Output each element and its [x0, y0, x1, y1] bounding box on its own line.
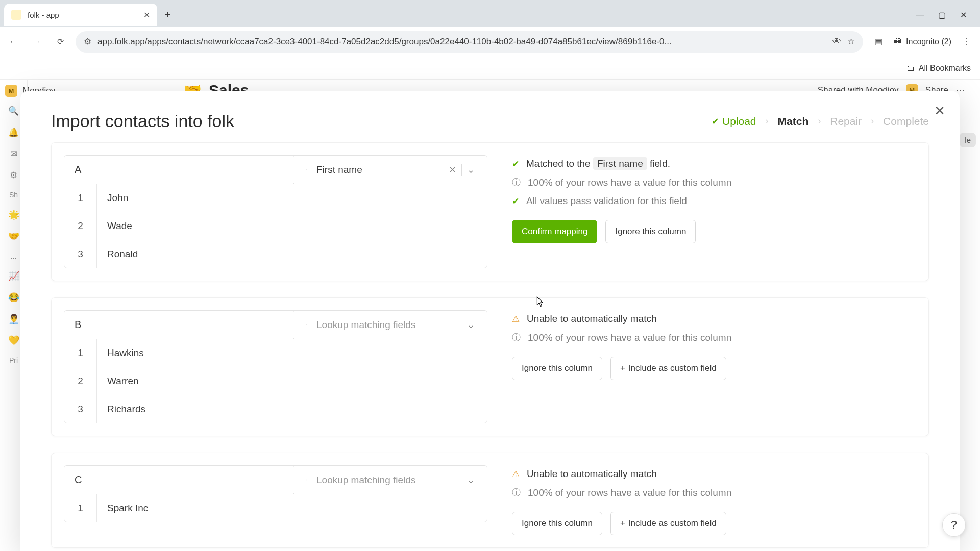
reading-list-icon[interactable]: ▤ — [870, 34, 887, 50]
all-bookmarks-label: All Bookmarks — [919, 64, 971, 73]
info-icon: ⓘ — [512, 177, 521, 188]
nav-forward-button[interactable]: → — [29, 34, 45, 50]
step-match: Match — [778, 115, 809, 128]
all-bookmarks-button[interactable]: 🗀 All Bookmarks — [906, 64, 971, 73]
row-value: Warren — [97, 367, 487, 395]
view-toggle-clip[interactable]: le — [960, 133, 976, 147]
status-matched: ✔Matched to the First name field. — [512, 158, 916, 169]
incognito-icon: 🕶 — [894, 37, 902, 46]
nav-reload-button[interactable]: ⟳ — [52, 34, 68, 50]
preview-row: 2Warren — [64, 367, 487, 395]
group-icon-4[interactable]: 😂 — [8, 292, 19, 303]
incognito-label: Incognito (2) — [906, 37, 951, 46]
nav-back-button[interactable]: ← — [5, 34, 21, 50]
window-close-icon[interactable]: ✕ — [960, 10, 967, 20]
check-icon: ✔ — [512, 159, 519, 169]
column-card: CLookup matching fields⌄1Spark Inc⚠Unabl… — [51, 453, 929, 548]
row-value: Hawkins — [97, 339, 487, 367]
preview-row: 1John — [64, 184, 487, 212]
ignore-column-button[interactable]: Ignore this column — [605, 220, 696, 243]
field-select-value: Lookup matching fields — [316, 319, 462, 331]
group-icon-5[interactable]: 👨‍💼 — [8, 313, 19, 324]
window-maximize-icon[interactable]: ▢ — [938, 10, 946, 20]
preview-row: 1Spark Inc — [64, 494, 487, 522]
help-button[interactable]: ? — [942, 513, 966, 537]
stepper: ✔ Upload › Match › Repair › Complete — [712, 115, 929, 128]
window-minimize-icon[interactable]: — — [916, 10, 924, 20]
group-icon-6[interactable]: 💛 — [8, 335, 19, 346]
plus-icon: + — [620, 363, 625, 373]
field-select[interactable]: Lookup matching fields⌄ — [294, 311, 487, 339]
confirm-mapping-button[interactable]: Confirm mapping — [512, 220, 597, 243]
preview-row: 1Hawkins — [64, 339, 487, 367]
search-icon[interactable]: 🔍 — [8, 105, 19, 116]
eye-off-icon[interactable]: 👁 — [832, 37, 841, 47]
row-number: 1 — [64, 494, 97, 522]
column-card: AFirst name✕⌄1John2Wade3Ronald✔Matched t… — [51, 142, 929, 281]
step-repair-label: Repair — [830, 115, 862, 128]
browser-menu-icon[interactable]: ⋮ — [959, 34, 975, 50]
check-icon: ✔ — [512, 196, 519, 207]
preview-row: 3Richards — [64, 395, 487, 423]
status-coverage: ⓘ100% of your rows have a value for this… — [512, 487, 916, 498]
chevron-down-icon[interactable]: ⌄ — [462, 474, 480, 486]
row-number: 2 — [64, 367, 97, 395]
plus-icon: + — [620, 518, 625, 529]
row-number: 2 — [64, 212, 97, 240]
close-tab-icon[interactable]: ✕ — [143, 10, 150, 20]
preview-row: 2Wade — [64, 212, 487, 240]
step-match-label: Match — [778, 115, 809, 128]
tab-favicon — [11, 10, 21, 20]
field-select[interactable]: Lookup matching fields⌄ — [294, 466, 487, 494]
clear-icon[interactable]: ✕ — [444, 164, 461, 176]
sidebar-more-icon[interactable]: ... — [11, 252, 17, 260]
include-custom-field-button[interactable]: + Include as custom field — [610, 512, 726, 535]
chevron-down-icon[interactable]: ⌄ — [462, 319, 480, 331]
bookmark-star-icon[interactable]: ☆ — [847, 36, 855, 47]
step-complete-label: Complete — [883, 115, 929, 128]
bell-icon[interactable]: 🔔 — [8, 127, 19, 138]
step-upload-label: Upload — [722, 115, 756, 128]
step-repair: Repair — [830, 115, 862, 128]
field-select[interactable]: First name✕⌄ — [294, 156, 487, 184]
field-select-value: Lookup matching fields — [316, 474, 462, 486]
info-icon: ⓘ — [512, 487, 521, 498]
column-letter: C — [64, 466, 294, 494]
step-complete: Complete — [883, 115, 929, 128]
browser-tab[interactable]: folk - app ✕ — [4, 4, 157, 26]
modal-title: Import contacts into folk — [51, 111, 691, 131]
matched-field-pill: First name — [593, 157, 647, 170]
address-bar-input[interactable] — [97, 37, 826, 47]
group-icon-2[interactable]: 🤝 — [8, 231, 19, 242]
include-custom-field-button[interactable]: + Include as custom field — [610, 357, 726, 380]
chevron-right-icon: › — [766, 116, 769, 127]
group-icon-1[interactable]: 🌟 — [8, 209, 19, 220]
column-letter: B — [64, 311, 294, 339]
status-coverage: ⓘ100% of your rows have a value for this… — [512, 177, 916, 188]
site-info-icon[interactable]: ⚙ — [84, 36, 91, 47]
sidebar-section-private: Pri — [9, 356, 18, 364]
column-card: BLookup matching fields⌄1Hawkins2Warren3… — [51, 297, 929, 436]
chevron-right-icon: › — [818, 116, 821, 127]
row-number: 3 — [64, 240, 97, 268]
mail-icon[interactable]: ✉ — [8, 148, 19, 159]
help-icon: ? — [951, 518, 957, 532]
ignore-column-button[interactable]: Ignore this column — [512, 357, 602, 380]
row-number: 3 — [64, 395, 97, 423]
modal-close-button[interactable]: ✕ — [934, 103, 945, 119]
group-icon-3[interactable]: 📈 — [8, 270, 19, 282]
ignore-column-button[interactable]: Ignore this column — [512, 512, 602, 535]
status-validation: ✔All values pass validation for this fie… — [512, 195, 916, 207]
step-upload: ✔ Upload — [712, 115, 756, 128]
new-tab-button[interactable]: + — [157, 8, 178, 21]
warning-icon: ⚠ — [512, 314, 520, 324]
field-select-value: First name — [316, 164, 444, 176]
row-number: 1 — [64, 339, 97, 367]
import-modal: ✕ Import contacts into folk ✔ Upload › M… — [20, 91, 960, 551]
chevron-down-icon[interactable]: ⌄ — [462, 164, 480, 176]
row-number: 1 — [64, 184, 97, 212]
gear-icon[interactable]: ⚙ — [8, 169, 19, 181]
status-unmatched: ⚠Unable to automatically match — [512, 313, 916, 324]
row-value: Spark Inc — [97, 494, 487, 522]
incognito-badge[interactable]: 🕶 Incognito (2) — [894, 37, 951, 46]
